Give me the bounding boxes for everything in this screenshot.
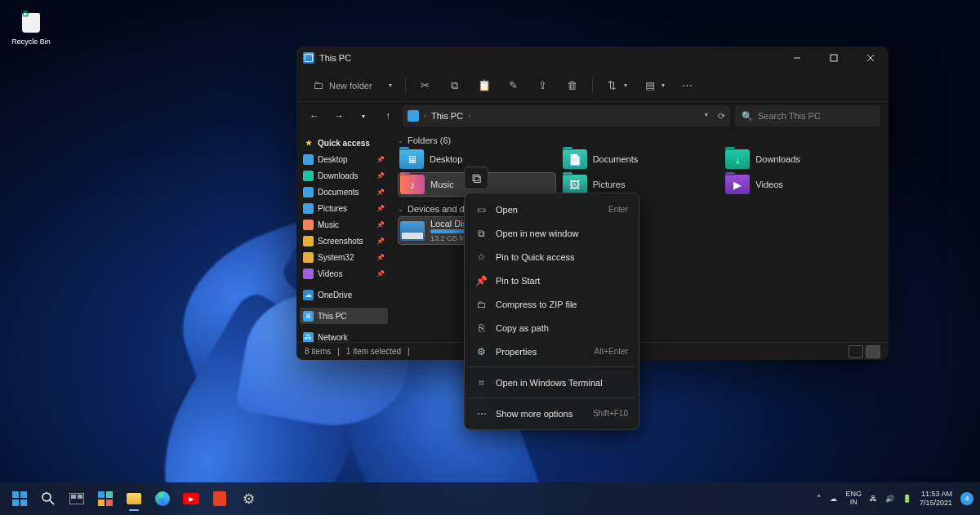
- cut-button[interactable]: ✂: [412, 73, 439, 98]
- youtube-taskbar[interactable]: ▶: [178, 486, 204, 512]
- sidebar-item-desktop[interactable]: Desktop📌: [300, 151, 388, 167]
- folder-icon: [303, 269, 314, 279]
- svg-rect-7: [20, 499, 27, 506]
- context-open-in-windows-terminal[interactable]: ⌗Open in Windows Terminal: [469, 371, 635, 394]
- refresh-button[interactable]: ⟳: [718, 111, 725, 122]
- mini-copy-icon[interactable]: ⧉: [466, 169, 486, 189]
- thumbnails-view-button[interactable]: [866, 345, 880, 358]
- view-button[interactable]: ▤▾: [637, 73, 671, 98]
- context-item-icon: ☆: [475, 251, 488, 263]
- maximize-button[interactable]: [815, 47, 852, 69]
- pin-icon: 📌: [376, 221, 385, 229]
- context-open-in-new-window[interactable]: ⧉Open in new window: [469, 221, 635, 245]
- settings-taskbar[interactable]: ⚙: [235, 486, 261, 512]
- folder-downloads[interactable]: ↓Downloads: [724, 148, 882, 171]
- item-count: 8 items: [305, 347, 331, 356]
- clock[interactable]: 11:53 AM7/15/2021: [920, 490, 952, 508]
- context-pin-to-start[interactable]: 📌Pin to Start: [469, 269, 635, 292]
- back-button[interactable]: ←: [305, 106, 324, 126]
- folder-icon: ♪: [400, 175, 425, 194]
- context-item-icon: ⋯: [475, 408, 488, 420]
- folder-icon: [303, 236, 314, 246]
- pin-icon: 📌: [376, 172, 385, 180]
- sidebar-network[interactable]: 🖧Network: [300, 329, 388, 342]
- office-taskbar[interactable]: [207, 486, 233, 512]
- recycle-bin[interactable]: ♻ Recycle Bin: [7, 3, 56, 46]
- start-button[interactable]: [7, 486, 33, 512]
- pin-icon: 📌: [376, 270, 385, 277]
- context-compress-to-zip-file[interactable]: 🗀Compress to ZIP file: [469, 292, 635, 316]
- sidebar-this-pc[interactable]: 🖥This PC: [300, 308, 388, 324]
- copy-button[interactable]: ⧉: [442, 73, 468, 98]
- details-view-button[interactable]: [849, 345, 863, 358]
- search-input[interactable]: 🔍 Search This PC: [735, 105, 880, 127]
- context-pin-to-quick-access[interactable]: ☆Pin to Quick access: [469, 245, 635, 269]
- new-dropdown[interactable]: ▾: [382, 73, 399, 98]
- pin-icon: 📌: [376, 189, 385, 196]
- pin-icon: 📌: [376, 238, 385, 245]
- svg-rect-11: [71, 495, 76, 499]
- tray-chevron-icon[interactable]: ˄: [817, 494, 822, 504]
- context-divider: [469, 397, 635, 398]
- selection-count: 1 item selected: [346, 347, 401, 356]
- address-dropdown-icon[interactable]: ▾: [705, 111, 708, 122]
- recycle-bin-icon: ♻: [17, 3, 45, 36]
- svg-rect-13: [98, 491, 105, 498]
- sidebar-item-music[interactable]: Music📌: [300, 216, 388, 233]
- folder-icon: 🖼: [563, 175, 587, 194]
- taskbar: ▶ ⚙ ˄ ☁ ENGIN 🖧 🔊 🔋 11:53 AM7/15/2021 4: [0, 482, 980, 515]
- sidebar-item-system32[interactable]: System32📌: [300, 249, 388, 265]
- sort-button[interactable]: ⇅▾: [599, 73, 634, 98]
- quick-access-header[interactable]: ★Quick access: [300, 135, 388, 151]
- sidebar-item-screenshots[interactable]: Screenshots📌: [300, 233, 388, 249]
- notification-badge[interactable]: 4: [960, 492, 973, 505]
- folder-documents[interactable]: 📄Documents: [561, 148, 719, 171]
- new-folder-button[interactable]: 🗀New folder: [305, 73, 379, 98]
- battery-tray-icon[interactable]: 🔋: [902, 495, 911, 503]
- sidebar-onedrive[interactable]: ☁OneDrive: [300, 286, 388, 303]
- folders-section-header[interactable]: ⌄Folders (6): [398, 133, 882, 148]
- svg-rect-5: [20, 491, 27, 498]
- address-text: This PC: [431, 111, 463, 121]
- share-button[interactable]: ⇪: [530, 73, 556, 98]
- rename-button[interactable]: ✎: [501, 73, 527, 98]
- task-view-button[interactable]: [64, 486, 90, 512]
- sidebar-item-pictures[interactable]: Pictures📌: [300, 200, 388, 216]
- delete-button[interactable]: 🗑: [559, 73, 586, 98]
- close-button[interactable]: [852, 47, 889, 69]
- folder-icon: 🖥: [399, 149, 424, 169]
- onedrive-tray-icon[interactable]: ☁: [830, 495, 837, 503]
- file-explorer-taskbar[interactable]: [121, 486, 147, 512]
- context-copy-as-path[interactable]: ⎘Copy as path: [469, 316, 635, 340]
- network-tray-icon[interactable]: 🖧: [870, 495, 877, 503]
- recent-dropdown[interactable]: ▾: [354, 106, 373, 126]
- svg-rect-1: [831, 55, 837, 61]
- pin-icon: 📌: [376, 205, 385, 212]
- volume-tray-icon[interactable]: 🔊: [885, 495, 894, 503]
- up-button[interactable]: ↑: [378, 106, 398, 126]
- edge-taskbar[interactable]: [149, 486, 176, 512]
- context-show-more-options[interactable]: ⋯Show more optionsShift+F10: [469, 402, 635, 425]
- folder-videos[interactable]: ▶Videos: [724, 172, 882, 197]
- sidebar-item-downloads[interactable]: Downloads📌: [300, 167, 388, 184]
- paste-button[interactable]: 📋: [471, 73, 497, 98]
- more-button[interactable]: ⋯: [675, 73, 701, 98]
- folder-icon: [303, 171, 314, 181]
- context-open[interactable]: ▭OpenEnter: [469, 198, 635, 221]
- folder-icon: [303, 187, 314, 198]
- drive-icon: [400, 221, 425, 241]
- minimize-button[interactable]: [778, 47, 815, 69]
- titlebar[interactable]: This PC: [296, 47, 889, 69]
- forward-button[interactable]: →: [329, 106, 349, 126]
- pin-icon: 📌: [376, 254, 385, 261]
- search-button[interactable]: [35, 486, 61, 512]
- region-indicator: IN: [845, 499, 862, 507]
- widgets-button[interactable]: [92, 486, 118, 512]
- share-icon: ⇪: [537, 79, 550, 92]
- folder-plus-icon: 🗀: [311, 79, 324, 92]
- sidebar-item-documents[interactable]: Documents📌: [300, 184, 388, 200]
- sidebar-item-videos[interactable]: Videos📌: [300, 265, 388, 282]
- pin-icon: 📌: [376, 156, 385, 163]
- address-bar[interactable]: › This PC › ▾⟳: [403, 105, 730, 127]
- context-properties[interactable]: ⚙PropertiesAlt+Enter: [469, 340, 635, 363]
